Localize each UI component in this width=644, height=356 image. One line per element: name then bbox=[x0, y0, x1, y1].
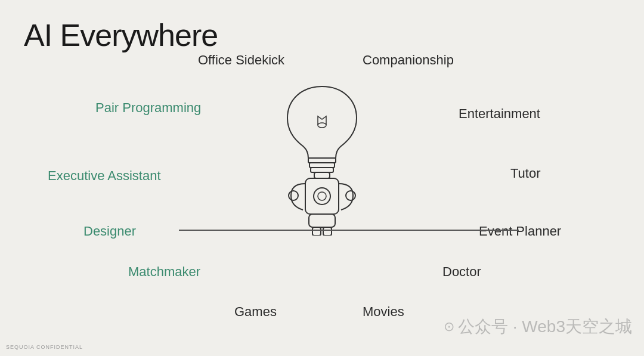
svg-rect-12 bbox=[323, 227, 332, 236]
label-tutor: Tutor bbox=[510, 166, 541, 181]
label-office-sidekick: Office Sidekick bbox=[198, 52, 284, 68]
svg-rect-11 bbox=[312, 227, 321, 236]
watermark: ⊙ 公众号 · Web3天空之城 bbox=[444, 315, 632, 338]
svg-rect-0 bbox=[308, 158, 336, 163]
ground-line bbox=[179, 230, 519, 231]
page-title: AI Everywhere bbox=[24, 17, 218, 53]
svg-rect-10 bbox=[309, 214, 335, 227]
svg-point-9 bbox=[346, 191, 355, 200]
svg-point-6 bbox=[314, 188, 330, 205]
svg-point-7 bbox=[318, 192, 326, 200]
label-doctor: Doctor bbox=[442, 264, 481, 280]
label-companionship: Companionship bbox=[363, 52, 454, 68]
svg-rect-1 bbox=[309, 163, 335, 168]
svg-rect-4 bbox=[314, 172, 330, 178]
svg-rect-2 bbox=[311, 168, 333, 172]
label-event-planner: Event Planner bbox=[479, 224, 561, 239]
label-executive-assistant: Executive Assistant bbox=[48, 168, 161, 184]
label-pair-programming: Pair Programming bbox=[95, 100, 201, 116]
robot-illustration bbox=[262, 78, 382, 239]
label-designer: Designer bbox=[83, 224, 136, 239]
wechat-icon: ⊙ bbox=[444, 319, 454, 335]
label-movies: Movies bbox=[363, 304, 404, 320]
svg-point-8 bbox=[289, 191, 298, 200]
label-games: Games bbox=[234, 304, 277, 320]
label-entertainment: Entertainment bbox=[459, 106, 540, 122]
svg-rect-5 bbox=[305, 178, 339, 214]
svg-point-3 bbox=[318, 123, 326, 128]
footer-text: SEQUOIA CONFIDENTIAL bbox=[6, 344, 83, 350]
label-matchmaker: Matchmaker bbox=[128, 264, 200, 280]
